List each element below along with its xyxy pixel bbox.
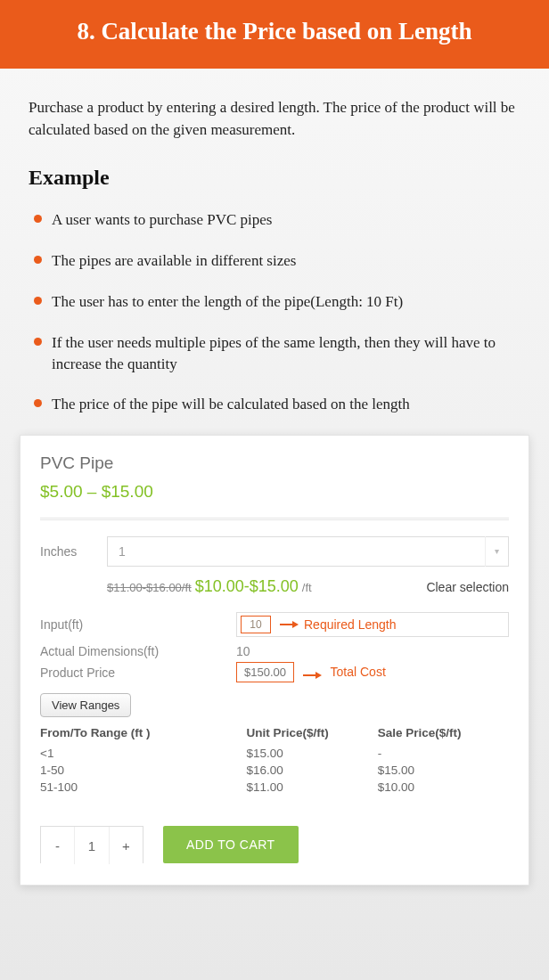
cell: 1-50 — [40, 762, 246, 779]
example-list: A user wants to purchase PVC pipes The p… — [29, 209, 520, 415]
chevron-down-icon: ▾ — [485, 536, 508, 567]
per-ft: /ft — [302, 581, 312, 594]
cell: $15.00 — [246, 745, 377, 762]
qty-input[interactable] — [75, 827, 109, 864]
qty-plus-button[interactable]: + — [109, 827, 143, 864]
strike-price: $11.00-$16.00/ft — [107, 581, 192, 594]
cell: $15.00 — [378, 762, 509, 779]
page-header: 8. Calculate the Price based on Length — [0, 0, 549, 69]
cell: $10.00 — [378, 779, 509, 796]
cell: $11.00 — [246, 779, 377, 796]
add-to-cart-button[interactable]: ADD TO CART — [163, 826, 299, 863]
th-unit: Unit Price($/ft) — [246, 726, 377, 745]
table-row: 51-100 $11.00 $10.00 — [40, 779, 509, 796]
cell: <1 — [40, 745, 246, 762]
arrow-right-icon — [303, 672, 322, 679]
input-label: Input(ft) — [40, 617, 236, 632]
arrow-right-icon — [280, 621, 299, 628]
list-item: If the user needs multiple pipes of the … — [34, 332, 520, 375]
list-item: The price of the pipe will be calculated… — [34, 394, 520, 415]
divider — [40, 518, 509, 520]
intro-text: Purchase a product by entering a desired… — [29, 97, 520, 141]
unit-price-line: $11.00-$16.00/ft $10.00-$15.00/ft Clear … — [107, 577, 509, 596]
th-sale: Sale Price($/ft) — [378, 726, 509, 745]
actual-label: Actual Dimensions(ft) — [40, 644, 236, 658]
size-label: Inches — [40, 544, 107, 559]
cell: - — [378, 745, 509, 762]
size-value: 1 — [108, 544, 485, 559]
table-row: <1 $15.00 - — [40, 745, 509, 762]
actual-value: 10 — [236, 644, 509, 658]
table-row: 1-50 $16.00 $15.00 — [40, 762, 509, 779]
input-row: Input(ft) Required Length — [40, 612, 509, 637]
quantity-stepper: - + — [40, 826, 143, 863]
product-price-value: $150.00 — [236, 662, 294, 682]
content-area: Purchase a product by entering a desired… — [0, 69, 549, 415]
list-item: A user wants to purchase PVC pipes — [34, 209, 520, 231]
input-wrap: Required Length — [236, 612, 509, 637]
view-ranges-button[interactable]: View Ranges — [40, 693, 131, 717]
input-annotation: Required Length — [304, 617, 397, 632]
price-value-area: $150.00 Total Cost — [236, 662, 509, 682]
price-label: Product Price — [40, 666, 236, 680]
clear-selection-link[interactable]: Clear selection — [426, 580, 509, 594]
price-annotation: Total Cost — [331, 665, 386, 679]
th-range: From/To Range (ft ) — [40, 726, 246, 745]
ranges-table: From/To Range (ft ) Unit Price($/ft) Sal… — [40, 726, 509, 796]
size-row: Inches 1 ▾ — [40, 536, 509, 567]
cell: $16.00 — [246, 762, 377, 779]
product-title: PVC Pipe — [40, 453, 509, 473]
length-input[interactable] — [241, 616, 271, 633]
actual-row: Actual Dimensions(ft) 10 — [40, 644, 509, 658]
product-card: PVC Pipe $5.00 – $15.00 Inches 1 ▾ $11.0… — [20, 435, 529, 886]
example-heading: Example — [29, 166, 520, 190]
sale-price: $10.00-$15.00 — [195, 577, 299, 596]
price-row: Product Price $150.00 Total Cost — [40, 662, 509, 682]
list-item: The user has to enter the length of the … — [34, 291, 520, 313]
product-price-range: $5.00 – $15.00 — [40, 482, 509, 502]
qty-minus-button[interactable]: - — [41, 827, 75, 864]
cell: 51-100 — [40, 779, 246, 796]
cart-footer: - + ADD TO CART — [40, 826, 509, 863]
size-select[interactable]: 1 ▾ — [107, 536, 509, 567]
list-item: The pipes are available in different siz… — [34, 250, 520, 272]
